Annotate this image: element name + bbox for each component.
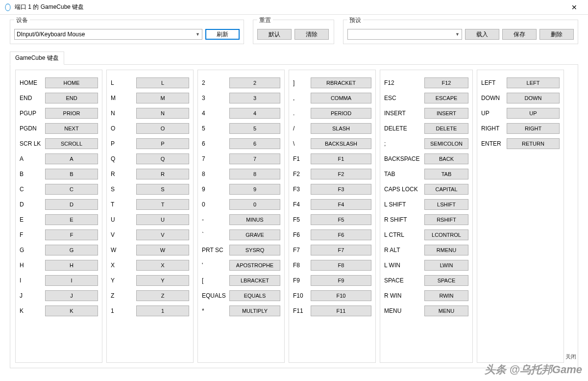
key-binding-button[interactable]: END: [45, 93, 98, 103]
key-binding-button[interactable]: SEMICOLON: [424, 138, 468, 149]
key-binding-button[interactable]: F3: [311, 184, 371, 195]
key-binding-button[interactable]: RWIN: [424, 290, 468, 301]
key-binding-button[interactable]: E: [45, 214, 98, 225]
key-binding-button[interactable]: F5: [311, 214, 371, 225]
key-binding-button[interactable]: 2: [229, 77, 280, 88]
key-binding-button[interactable]: 9: [229, 184, 280, 195]
key-binding-button[interactable]: APOSTROPHE: [229, 260, 280, 271]
key-binding-button[interactable]: CAPITAL: [424, 184, 468, 195]
key-binding-button[interactable]: 4: [229, 108, 280, 119]
key-binding-button[interactable]: BACKSLASH: [311, 138, 371, 149]
key-binding-button[interactable]: 8: [229, 169, 280, 179]
key-binding-button[interactable]: 6: [229, 138, 280, 149]
key-binding-button[interactable]: C: [45, 184, 98, 195]
save-button[interactable]: 保存: [502, 29, 537, 40]
key-binding-button[interactable]: HOME: [45, 77, 98, 88]
key-binding-button[interactable]: LWIN: [424, 260, 468, 271]
key-binding-button[interactable]: 0: [229, 199, 280, 210]
key-binding-button[interactable]: MINUS: [229, 214, 280, 225]
key-label: EQUALS: [202, 292, 229, 299]
key-binding-button[interactable]: I: [45, 275, 98, 286]
key-binding-button[interactable]: INSERT: [424, 108, 468, 119]
key-binding-button[interactable]: U: [136, 214, 189, 225]
key-row: 66: [202, 136, 280, 151]
key-binding-button[interactable]: 3: [229, 93, 280, 103]
key-binding-button[interactable]: F4: [311, 199, 371, 210]
key-binding-button[interactable]: V: [136, 229, 189, 240]
key-binding-button[interactable]: F9: [311, 275, 371, 286]
key-binding-button[interactable]: LSHIFT: [424, 199, 468, 210]
key-binding-button[interactable]: MULTIPLY: [229, 305, 280, 316]
key-binding-button[interactable]: B: [45, 169, 98, 179]
delete-button[interactable]: 删除: [539, 29, 574, 40]
key-binding-button[interactable]: S: [136, 184, 189, 195]
key-binding-button[interactable]: K: [45, 305, 98, 316]
key-binding-button[interactable]: D: [45, 199, 98, 210]
key-binding-button[interactable]: RMENU: [424, 245, 468, 255]
key-binding-button[interactable]: GRAVE: [229, 229, 280, 240]
close-footer-button[interactable]: 关闭: [565, 353, 576, 360]
key-binding-button[interactable]: Z: [136, 290, 189, 301]
load-button[interactable]: 载入: [465, 29, 499, 40]
refresh-button[interactable]: 刷新: [205, 29, 240, 40]
key-label: K: [20, 307, 45, 314]
key-binding-button[interactable]: F6: [311, 229, 371, 240]
key-binding-button[interactable]: TAB: [424, 169, 468, 179]
key-binding-button[interactable]: RBRACKET: [311, 77, 371, 88]
key-binding-button[interactable]: EQUALS: [229, 290, 280, 301]
key-binding-button[interactable]: Q: [136, 153, 189, 164]
key-binding-button[interactable]: MENU: [424, 305, 468, 316]
key-binding-button[interactable]: DELETE: [424, 123, 468, 134]
key-binding-button[interactable]: RSHIFT: [424, 214, 468, 225]
key-binding-button[interactable]: M: [136, 93, 189, 103]
key-binding-button[interactable]: UP: [507, 108, 560, 119]
key-binding-button[interactable]: LEFT: [507, 77, 560, 88]
key-binding-button[interactable]: PERIOD: [311, 108, 371, 119]
key-binding-button[interactable]: X: [136, 260, 189, 271]
key-binding-button[interactable]: DOWN: [507, 93, 560, 103]
key-binding-button[interactable]: F11: [311, 305, 371, 316]
key-binding-button[interactable]: G: [45, 245, 98, 255]
device-select[interactable]: DInput/0/Keyboard Mouse ▼: [14, 29, 202, 40]
key-binding-button[interactable]: F7: [311, 245, 371, 255]
key-binding-button[interactable]: ESCAPE: [424, 93, 468, 103]
key-binding-button[interactable]: LBRACKET: [229, 275, 280, 286]
key-binding-button[interactable]: R: [136, 169, 189, 179]
close-button[interactable]: ✕: [564, 0, 584, 14]
key-binding-button[interactable]: P: [136, 138, 189, 149]
key-binding-button[interactable]: H: [45, 260, 98, 271]
key-binding-button[interactable]: F12: [424, 77, 468, 88]
key-binding-button[interactable]: O: [136, 123, 189, 134]
key-binding-button[interactable]: F1: [311, 153, 371, 164]
key-binding-button[interactable]: SCROLL: [45, 138, 98, 149]
key-binding-button[interactable]: Y: [136, 275, 189, 286]
key-binding-button[interactable]: W: [136, 245, 189, 255]
default-button[interactable]: 默认: [257, 29, 292, 40]
key-binding-button[interactable]: COMMA: [311, 93, 371, 103]
key-binding-button[interactable]: N: [136, 108, 189, 119]
key-binding-button[interactable]: RIGHT: [507, 123, 560, 134]
key-binding-button[interactable]: F2: [311, 169, 371, 179]
key-binding-button[interactable]: T: [136, 199, 189, 210]
key-label: DOWN: [481, 95, 507, 102]
key-binding-button[interactable]: NEXT: [45, 123, 98, 134]
key-binding-button[interactable]: PRIOR: [45, 108, 98, 119]
key-binding-button[interactable]: F10: [311, 290, 371, 301]
key-binding-button[interactable]: F: [45, 229, 98, 240]
key-binding-button[interactable]: F8: [311, 260, 371, 271]
key-binding-button[interactable]: 7: [229, 153, 280, 164]
key-binding-button[interactable]: 1: [136, 305, 189, 316]
clear-button[interactable]: 清除: [294, 29, 329, 40]
key-binding-button[interactable]: SYSRQ: [229, 245, 280, 255]
key-binding-button[interactable]: 5: [229, 123, 280, 134]
preset-select[interactable]: ▼: [347, 29, 462, 40]
key-binding-button[interactable]: RETURN: [507, 138, 560, 149]
key-binding-button[interactable]: A: [45, 153, 98, 164]
tab-keyboard[interactable]: GameCube 键盘: [10, 51, 64, 65]
key-binding-button[interactable]: L: [136, 77, 189, 88]
key-binding-button[interactable]: BACK: [424, 153, 468, 164]
key-binding-button[interactable]: SPACE: [424, 275, 468, 286]
key-binding-button[interactable]: J: [45, 290, 98, 301]
key-binding-button[interactable]: SLASH: [311, 123, 371, 134]
key-binding-button[interactable]: LCONTROL: [424, 229, 468, 240]
